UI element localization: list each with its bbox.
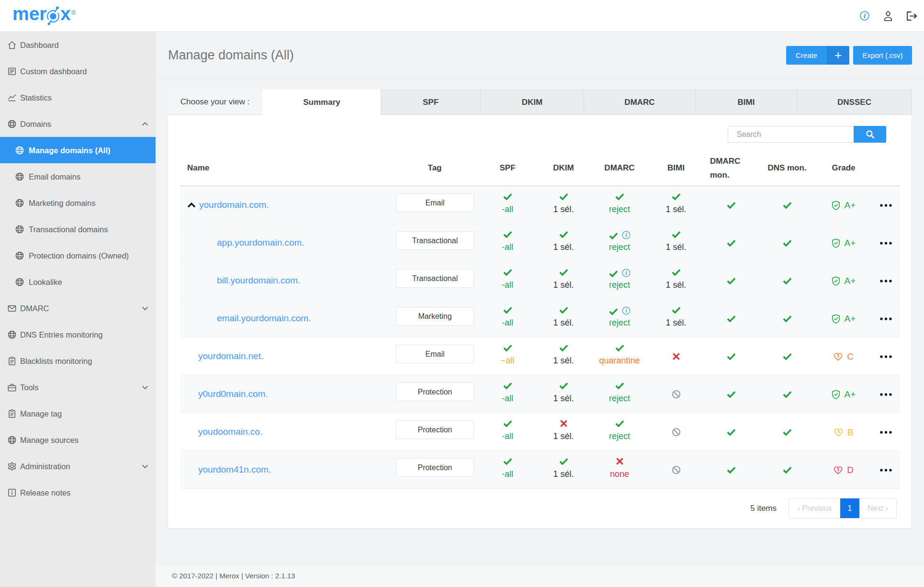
- svg-text:i: i: [864, 12, 866, 20]
